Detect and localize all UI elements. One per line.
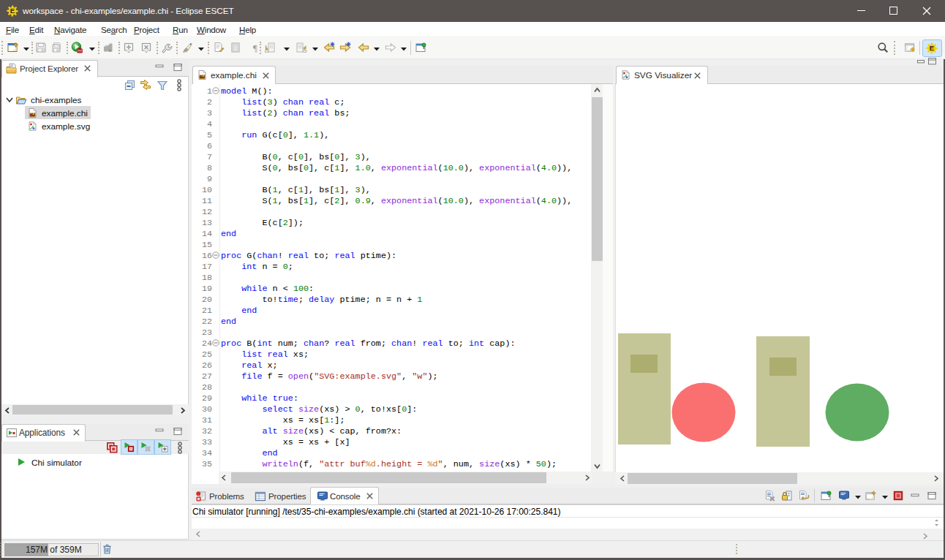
svg-text:E: E (10, 7, 15, 15)
svg-text:¶: ¶ (253, 42, 257, 53)
svg-text:E: E (930, 44, 934, 52)
